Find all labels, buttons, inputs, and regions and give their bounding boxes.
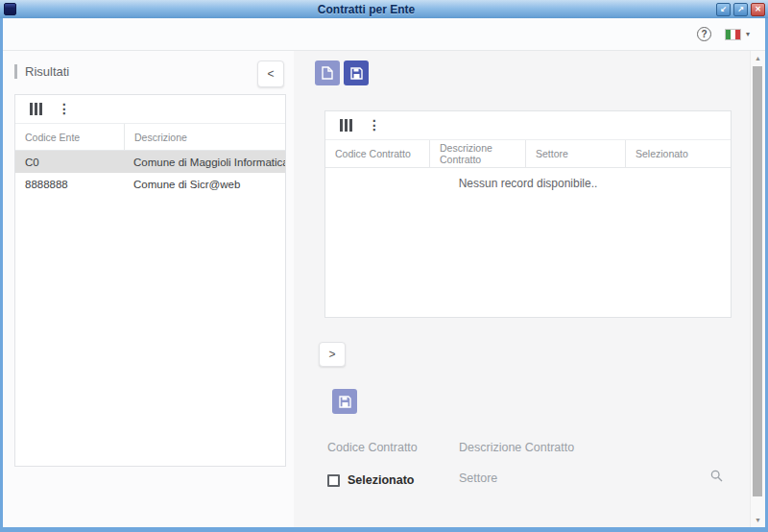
selezionato-label: Selezionato <box>348 473 414 487</box>
columns-icon[interactable] <box>30 103 42 115</box>
column-header-codice-ente[interactable]: Codice Ente <box>15 124 124 150</box>
new-record-button[interactable] <box>315 60 340 85</box>
restore-button[interactable]: ↙ <box>716 3 731 16</box>
chevron-down-icon: ▾ <box>746 30 750 38</box>
window-title: Contratti per Ente <box>16 3 716 16</box>
results-panel: Risultati < ⋮ Codice Ente Descrizione C0… <box>3 51 294 527</box>
save-icon <box>350 67 363 80</box>
codice-contratto-field-wrap <box>327 437 452 458</box>
contracts-panel: ⋮ Codice Contratto Descrizione Contratto… <box>294 51 750 527</box>
cell-descrizione: Comune di Maggioli Informatica <box>124 151 285 173</box>
maximize-button[interactable]: ↗ <box>733 3 748 16</box>
help-icon[interactable]: ? <box>697 27 711 41</box>
scroll-down-icon[interactable]: ▼ <box>751 517 765 523</box>
column-header-settore[interactable]: Settore <box>525 140 625 167</box>
language-selector[interactable]: ▾ <box>725 29 750 40</box>
expand-panel-button[interactable]: > <box>319 342 346 367</box>
save-button[interactable] <box>344 60 369 85</box>
main-content: Risultati < ⋮ Codice Ente Descrizione C0… <box>3 51 765 527</box>
app-logo-icon <box>4 3 16 15</box>
selezionato-checkbox[interactable] <box>327 474 340 487</box>
results-panel-title: Risultati <box>14 64 286 79</box>
app-window: Contratti per Ente ↙ ↗ ✕ ? ▾ Risultati < <box>0 0 768 532</box>
settore-field-wrap <box>459 468 725 489</box>
collapse-panel-button[interactable]: < <box>257 60 284 87</box>
codice-contratto-input[interactable] <box>327 437 452 458</box>
column-header-selezionato[interactable]: Selezionato <box>625 140 731 167</box>
window-titlebar: Contratti per Ente ↙ ↗ ✕ <box>0 0 768 18</box>
descrizione-contratto-field-wrap <box>459 437 725 458</box>
empty-table-message: Nessun record disponibile.. <box>325 168 731 190</box>
new-document-icon <box>322 66 333 80</box>
contracts-table-toolbar: ⋮ <box>325 111 731 140</box>
selezionato-checkbox-row: Selezionato <box>327 473 414 487</box>
table-row[interactable]: 8888888 Comune di Sicr@web <box>15 173 285 195</box>
cell-codice-ente: 8888888 <box>15 173 124 195</box>
scrollbar-thumb[interactable] <box>753 66 762 496</box>
column-header-codice-contratto[interactable]: Codice Contratto <box>325 140 429 167</box>
cell-codice-ente: C0 <box>15 151 124 173</box>
save-icon <box>339 396 351 408</box>
contracts-table-header: Codice Contratto Descrizione Contratto S… <box>325 140 731 168</box>
vertical-scrollbar[interactable]: ▲ ▼ <box>750 51 765 527</box>
entities-table-toolbar: ⋮ <box>15 95 285 124</box>
italian-flag-icon <box>725 29 741 40</box>
column-header-descrizione[interactable]: Descrizione <box>124 124 285 150</box>
app-header: ? ▾ <box>3 18 765 51</box>
save-contract-button[interactable] <box>332 389 357 414</box>
columns-icon[interactable] <box>340 119 352 132</box>
contracts-table: ⋮ Codice Contratto Descrizione Contratto… <box>324 110 732 318</box>
close-button[interactable]: ✕ <box>751 3 765 16</box>
cell-descrizione: Comune di Sicr@web <box>124 173 285 195</box>
table-row[interactable]: C0 Comune di Maggioli Informatica <box>15 151 285 173</box>
contracts-toolbar <box>315 60 369 85</box>
entities-table-header: Codice Ente Descrizione <box>15 124 285 151</box>
kebab-menu-icon[interactable]: ⋮ <box>58 103 71 115</box>
window-body: ? ▾ Risultati < ⋮ Codice Ente Descr <box>3 18 765 527</box>
column-header-descrizione-contratto[interactable]: Descrizione Contratto <box>429 140 525 167</box>
scroll-up-icon[interactable]: ▲ <box>751 55 765 61</box>
window-controls: ↙ ↗ ✕ <box>716 3 765 16</box>
settore-input[interactable] <box>459 468 725 489</box>
kebab-menu-icon[interactable]: ⋮ <box>368 119 381 132</box>
search-icon[interactable] <box>710 470 723 482</box>
descrizione-contratto-input[interactable] <box>459 437 725 458</box>
entities-table: ⋮ Codice Ente Descrizione C0 Comune di M… <box>14 94 286 467</box>
